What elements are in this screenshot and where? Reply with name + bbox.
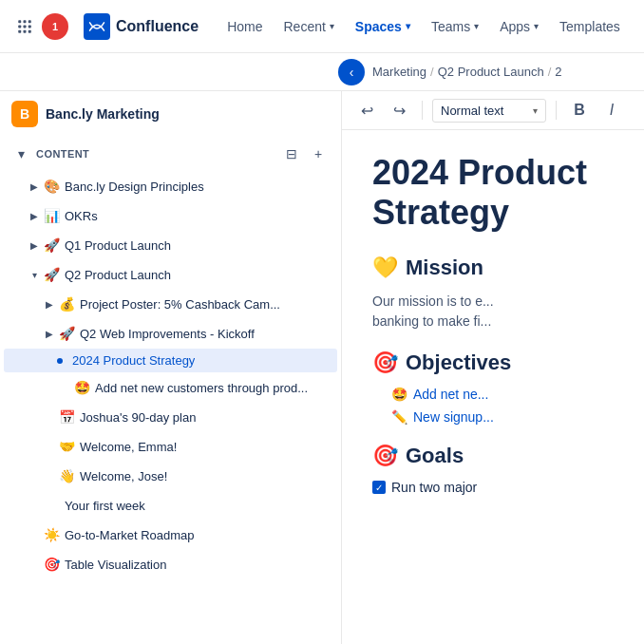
item-label: Q2 Product Launch — [65, 268, 171, 282]
mission-heading: 💛 Mission — [372, 256, 614, 280]
item-label: Your first week — [65, 499, 145, 513]
space-icon: B — [11, 101, 38, 127]
svg-rect-2 — [28, 20, 31, 23]
svg-rect-4 — [24, 25, 27, 28]
expand-icon: ▶ — [27, 237, 42, 253]
chevron-down-icon: ▾ — [534, 21, 539, 31]
sidebar-item-project-poster[interactable]: ▶ 💰 Project Poster: 5% Cashback Cam... — [4, 290, 337, 318]
confluence-logo-text: Confluence — [116, 18, 199, 35]
goals-item: ✓ Run two major — [372, 480, 614, 495]
mission-text: Our mission is to e...banking to make fi… — [372, 292, 614, 331]
redo-button[interactable]: ↪ — [386, 97, 412, 123]
svg-rect-0 — [18, 20, 21, 23]
objective-item[interactable]: 🤩 Add net ne... — [391, 387, 614, 402]
goals-icon: 🎯 — [372, 444, 398, 468]
item-icon: 🚀 — [42, 265, 61, 284]
nav-recent[interactable]: Recent ▾ — [274, 13, 343, 40]
expand-icon: ▶ — [27, 179, 42, 194]
confluence-logo[interactable]: Confluence — [84, 13, 199, 40]
sidebar-item-joshua-plan[interactable]: 📅 Joshua's 90-day plan — [4, 403, 337, 431]
item-icon: 🤩 — [72, 378, 91, 397]
italic-button[interactable]: I — [598, 97, 625, 123]
item-label: Project Poster: 5% Cashback Cam... — [80, 297, 280, 312]
sidebar-item-your-first-week[interactable]: Your first week — [4, 491, 337, 520]
filter-icon[interactable]: ⊟ — [280, 142, 303, 165]
sidebar-item-welcome-jose[interactable]: 👋 Welcome, Jose! — [4, 462, 337, 490]
item-icon: 🚀 — [57, 324, 76, 343]
sidebar-items-list: ▶ 🎨 Banc.ly Design Principles ▶ 📊 OKRs ▶… — [0, 172, 341, 578]
text-style-label: Normal text — [441, 104, 503, 118]
nav-apps[interactable]: Apps ▾ — [490, 13, 548, 40]
sidebar-header-right: ⊟ + — [280, 142, 330, 165]
expand-icon: ▶ — [42, 326, 57, 341]
text-style-dropdown[interactable]: Normal text ▾ — [432, 99, 546, 123]
item-icon: ☀️ — [42, 525, 61, 544]
add-page-icon[interactable]: + — [307, 142, 330, 165]
item-icon: 👋 — [57, 466, 76, 485]
sidebar-collapse-arrow[interactable]: ▾ — [11, 144, 30, 163]
bold-button[interactable]: B — [566, 97, 593, 123]
notification-bell[interactable]: 1 — [42, 13, 68, 40]
sidebar-section-header: ▾ CONTENT ⊟ + — [0, 133, 341, 171]
item-label: Banc.ly Design Principles — [65, 180, 204, 194]
expand-icon — [42, 439, 57, 454]
sidebar-item-product-strategy[interactable]: 2024 Product Strategy — [4, 349, 337, 372]
breadcrumb-marketing[interactable]: Marketing — [372, 65, 426, 79]
breadcrumb-page[interactable]: 2 — [555, 65, 561, 79]
editor-content[interactable]: 2024 Product Strategy 💛 Mission Our miss… — [342, 130, 644, 644]
space-name[interactable]: Banc.ly Marketing — [46, 106, 160, 122]
collapse-sidebar-button[interactable]: ‹ — [338, 59, 365, 85]
sidebar-item-q2-web[interactable]: ▶ 🚀 Q2 Web Improvements - Kickoff — [4, 319, 337, 348]
expand-icon: ▾ — [27, 267, 42, 282]
chevron-down-icon: ▾ — [406, 21, 410, 31]
sidebar-item-q2-launch[interactable]: ▾ 🚀 Q2 Product Launch — [4, 260, 337, 289]
checkbox-icon[interactable]: ✓ — [372, 481, 386, 494]
confluence-logo-icon — [84, 13, 110, 40]
nav-templates[interactable]: Templates — [550, 13, 630, 40]
goals-text: Run two major — [391, 480, 477, 495]
objective-item[interactable]: ✏️ New signup... — [391, 409, 614, 425]
undo-button[interactable]: ↩ — [353, 97, 380, 123]
item-icon: 📅 — [57, 407, 76, 426]
item-icon: 🚀 — [42, 236, 61, 255]
expand-icon: ▶ — [42, 296, 57, 312]
svg-rect-5 — [28, 25, 31, 28]
expand-icon — [27, 498, 42, 513]
nav-teams[interactable]: Teams ▾ — [422, 13, 488, 40]
app-grid-icon[interactable] — [11, 13, 38, 40]
expand-icon — [27, 527, 42, 542]
toolbar-separator — [422, 101, 423, 120]
obj-icon: 🤩 — [391, 387, 407, 402]
top-navigation: 1 Confluence Home Recent ▾ Spaces ▾ Team… — [0, 0, 644, 53]
sidebar-item-design-principles[interactable]: ▶ 🎨 Banc.ly Design Principles — [4, 172, 337, 200]
objectives-list: 🤩 Add net ne... ✏️ New signup... — [391, 387, 614, 425]
breadcrumb-separator: / — [548, 65, 552, 79]
breadcrumb-q2-launch[interactable]: Q2 Product Launch — [438, 65, 544, 79]
objectives-icon: 🎯 — [372, 350, 398, 375]
editor-area: ↩ ↪ Normal text ▾ B I 2024 Product Strat… — [342, 91, 644, 644]
toolbar-separator — [556, 101, 557, 120]
item-label: Q2 Web Improvements - Kickoff — [80, 327, 255, 341]
svg-rect-1 — [24, 20, 27, 23]
item-icon: 🎯 — [42, 555, 61, 574]
sidebar-item-add-net-new[interactable]: 🤩 Add net new customers through prod... — [4, 373, 337, 402]
sidebar-item-go-to-market[interactable]: ☀️ Go-to-Market Roadmap — [4, 521, 337, 549]
obj-text: New signup... — [413, 409, 494, 425]
breadcrumb: Marketing / Q2 Product Launch / 2 — [372, 65, 562, 79]
nav-home[interactable]: Home — [218, 13, 272, 40]
item-label: Go-to-Market Roadmap — [65, 528, 195, 542]
svg-rect-7 — [24, 29, 27, 32]
item-label: Welcome, Jose! — [80, 469, 167, 483]
item-label: Welcome, Emma! — [80, 440, 177, 454]
nav-spaces[interactable]: Spaces ▾ — [346, 13, 420, 40]
sidebar-item-q1-launch[interactable]: ▶ 🚀 Q1 Product Launch — [4, 231, 337, 259]
sidebar-item-table-viz[interactable]: 🎯 Table Visualization — [4, 550, 337, 578]
item-icon: 📊 — [42, 206, 61, 225]
sidebar-item-okrs[interactable]: ▶ 📊 OKRs — [4, 201, 337, 230]
notification-count[interactable]: 1 — [42, 13, 68, 40]
chevron-down-icon: ▾ — [330, 21, 334, 31]
sidebar-section-title: CONTENT — [36, 148, 89, 160]
sidebar-item-welcome-emma[interactable]: 🤝 Welcome, Emma! — [4, 432, 337, 461]
chevron-down-icon: ▾ — [474, 21, 479, 31]
chevron-down-icon: ▾ — [533, 105, 538, 116]
